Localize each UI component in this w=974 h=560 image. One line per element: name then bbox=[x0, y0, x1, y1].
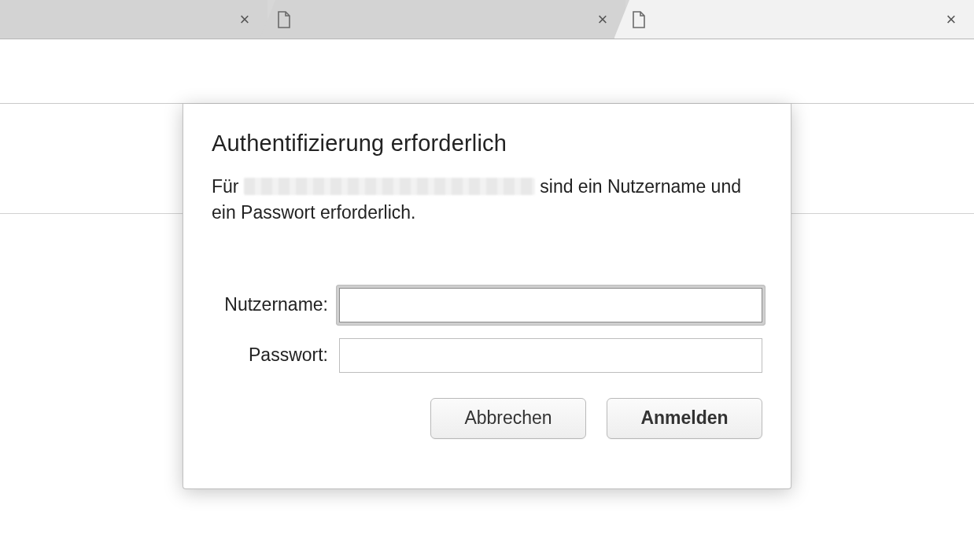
dialog-title: Authentifizierung erforderlich bbox=[212, 131, 762, 157]
auth-dialog: Authentifizierung erforderlich Für sind … bbox=[183, 104, 791, 489]
cancel-button[interactable]: Abbrechen bbox=[430, 398, 586, 439]
username-input[interactable] bbox=[339, 288, 762, 322]
dialog-message: Für sind ein Nutzername und ein Passwort… bbox=[212, 174, 762, 227]
dialog-actions: Abbrechen Anmelden bbox=[212, 398, 762, 439]
password-label: Passwort: bbox=[212, 344, 339, 366]
file-icon bbox=[277, 10, 293, 29]
auth-form: Nutzername: Passwort: Abbrechen Anmelden bbox=[212, 288, 762, 439]
file-icon bbox=[632, 10, 647, 29]
close-icon[interactable]: × bbox=[941, 9, 961, 30]
close-icon[interactable]: × bbox=[234, 9, 255, 30]
submit-button[interactable]: Anmelden bbox=[607, 398, 762, 439]
tab-strip: × × × bbox=[0, 0, 974, 39]
message-prefix: Für bbox=[212, 176, 244, 197]
password-row: Passwort: bbox=[212, 338, 762, 373]
close-icon[interactable]: × bbox=[592, 9, 613, 30]
page-content: Authentifizierung erforderlich Für sind … bbox=[0, 104, 974, 560]
browser-tab-3-active[interactable]: × bbox=[614, 0, 974, 39]
username-row: Nutzername: bbox=[212, 288, 762, 322]
password-input[interactable] bbox=[339, 338, 762, 373]
redacted-url bbox=[244, 178, 535, 195]
username-label: Nutzername: bbox=[212, 294, 339, 315]
browser-tab-2[interactable]: × bbox=[260, 0, 625, 39]
browser-tab-1[interactable]: × bbox=[0, 0, 267, 39]
browser-toolbar bbox=[0, 39, 974, 104]
